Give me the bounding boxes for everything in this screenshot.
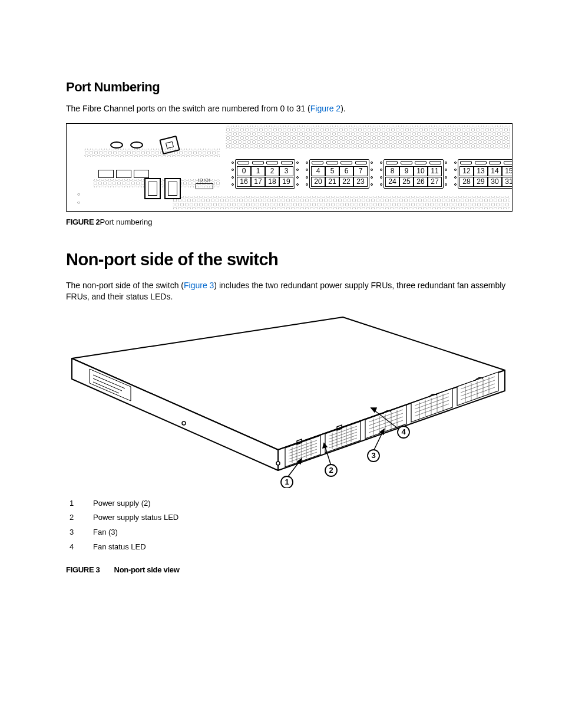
figure-label: FIGURE 3 xyxy=(66,565,100,574)
serial-port-icon xyxy=(164,178,181,199)
usb-port-icon xyxy=(196,183,213,189)
port-number: 20 xyxy=(311,177,325,187)
port-led-icon xyxy=(429,161,441,164)
figure-caption-text: Non-port side view xyxy=(114,565,180,574)
legend-number: 2 xyxy=(66,510,93,525)
port-number: 29 xyxy=(474,177,488,187)
port-led-icon xyxy=(475,161,487,164)
callout-3: 3 xyxy=(371,451,375,460)
port-number: 14 xyxy=(488,166,502,176)
port-led-icon xyxy=(326,161,338,164)
legend-number: 1 xyxy=(66,496,93,511)
ethernet-port-icon xyxy=(144,178,161,199)
port-number: 18 xyxy=(265,177,279,187)
port-led-icon xyxy=(504,161,513,164)
port-led-icon xyxy=(281,161,293,164)
port-number: 8 xyxy=(385,166,399,176)
module-slot xyxy=(134,170,149,178)
legend-row: 1Power supply (2) xyxy=(66,496,509,511)
legend-row: 2Power supply status LED xyxy=(66,510,509,525)
heading-port-numbering: Port Numbering xyxy=(66,80,509,95)
management-module: IOIOI xyxy=(81,137,222,196)
port-led-icon xyxy=(401,161,412,164)
port-number: 23 xyxy=(353,177,368,187)
figure-3-caption: FIGURE 3Non-port side view xyxy=(66,565,509,574)
port-number: 3 xyxy=(279,166,293,176)
legend-text: Power supply (2) xyxy=(93,496,151,511)
figure-caption-text: Port numbering xyxy=(100,218,153,226)
port-led-icon xyxy=(312,161,323,164)
link-figure-3[interactable]: Figure 3 xyxy=(184,281,214,290)
legend-row: 3Fan (3) xyxy=(66,525,509,540)
port-number: 11 xyxy=(428,166,442,176)
para-non-port-side: The non-port side of the switch (Figure … xyxy=(66,280,509,303)
callout-4: 4 xyxy=(401,427,406,436)
sd-slot-icon xyxy=(159,135,180,154)
port-groups: 0123161718194567202122238910112425262712… xyxy=(230,159,513,189)
figure-2-diagram: IOIOI 0123161718194567202122238910112425… xyxy=(66,123,513,212)
heading-non-port-side: Non-port side of the switch xyxy=(66,250,509,269)
port-number: 15 xyxy=(502,166,513,176)
port-number: 0 xyxy=(237,166,251,176)
port-number: 26 xyxy=(414,177,428,187)
status-led-icon xyxy=(110,141,123,149)
port-number: 4 xyxy=(311,166,325,176)
link-figure-2[interactable]: Figure 2 xyxy=(310,104,340,113)
port-led-icon xyxy=(489,161,501,164)
figure-2-caption: FIGURE 2Port numbering xyxy=(66,218,509,226)
port-led-icon xyxy=(237,161,249,164)
legend-text: Fan (3) xyxy=(93,525,118,540)
port-led-icon xyxy=(355,161,367,164)
port-number: 1 xyxy=(251,166,265,176)
port-number: 25 xyxy=(399,177,414,187)
legend-text: Power supply status LED xyxy=(93,510,178,525)
port-number: 27 xyxy=(428,177,442,187)
port-led-icon xyxy=(266,161,278,164)
legend-row: 4Fan status LED xyxy=(66,540,509,555)
port-number: 28 xyxy=(459,177,474,187)
port-group: 012316171819 xyxy=(235,159,295,189)
port-number: 17 xyxy=(251,177,265,187)
legend-number: 3 xyxy=(66,525,93,540)
svg-point-7 xyxy=(182,421,186,425)
port-number: 9 xyxy=(399,166,414,176)
vent-pattern xyxy=(226,126,510,149)
port-number: 13 xyxy=(474,166,488,176)
status-led-icon xyxy=(130,141,143,149)
port-number: 21 xyxy=(325,177,339,187)
port-number: 16 xyxy=(237,177,251,187)
port-number: 6 xyxy=(339,166,353,176)
port-number: 19 xyxy=(279,177,293,187)
port-led-icon xyxy=(415,161,427,164)
port-number: 12 xyxy=(459,166,474,176)
port-number: 10 xyxy=(414,166,428,176)
port-led-icon xyxy=(252,161,264,164)
legend-number: 4 xyxy=(66,540,93,555)
module-slot xyxy=(98,170,114,178)
legend-text: Fan status LED xyxy=(93,540,146,555)
figure-3-legend: 1Power supply (2)2Power supply status LE… xyxy=(66,496,509,555)
port-number: 24 xyxy=(385,177,399,187)
port-number: 2 xyxy=(265,166,279,176)
port-number: 30 xyxy=(488,177,502,187)
port-number: 5 xyxy=(325,166,339,176)
module-slot xyxy=(116,170,131,178)
callout-2: 2 xyxy=(329,466,333,475)
indicator-dots xyxy=(77,192,80,205)
port-led-icon xyxy=(460,161,472,164)
port-group: 1213141528293031 xyxy=(458,159,513,189)
callout-1: 1 xyxy=(285,477,289,486)
port-number: 22 xyxy=(339,177,353,187)
port-group: 89101124252627 xyxy=(384,159,444,189)
vent-pattern xyxy=(173,196,510,209)
port-number: 31 xyxy=(502,177,513,187)
svg-marker-0 xyxy=(72,317,505,450)
text: The non-port side of the switch ( xyxy=(66,281,184,290)
port-led-icon xyxy=(340,161,352,164)
svg-point-8 xyxy=(276,462,280,465)
para-port-numbering: The Fibre Channel ports on the switch ar… xyxy=(66,103,509,115)
port-number: 7 xyxy=(353,166,368,176)
port-group: 456720212223 xyxy=(309,159,369,189)
figure-3-diagram: 1 2 3 4 xyxy=(66,311,513,488)
text: ). xyxy=(340,104,346,113)
